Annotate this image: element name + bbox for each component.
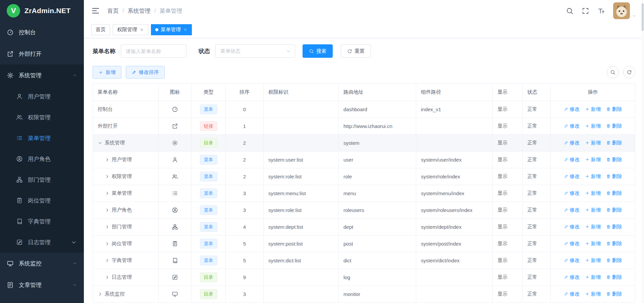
- sidebar-item-monitor[interactable]: 系统监控: [0, 253, 84, 274]
- sidebar-item-userrole[interactable]: 用户角色: [0, 148, 84, 169]
- tab-label: 首页: [96, 27, 106, 33]
- chevron-right-icon[interactable]: [105, 275, 110, 280]
- row-delete-link[interactable]: 删除: [606, 274, 622, 280]
- font-size-button[interactable]: [597, 7, 605, 15]
- userrole-icon: [16, 156, 23, 162]
- sidebar-item-external[interactable]: 外部打开: [0, 43, 84, 64]
- sidebar-item-user[interactable]: 用户管理: [0, 86, 84, 107]
- table-row: 权限管理菜单2system:role:listrolesystem/role/i…: [93, 168, 635, 185]
- page-scrollbar-thumb[interactable]: [642, 3, 644, 31]
- chevron-down-icon[interactable]: [98, 140, 103, 145]
- tab-0[interactable]: 首页: [91, 24, 110, 35]
- sidebar-item-dict[interactable]: 字典管理: [0, 211, 84, 232]
- fullscreen-button[interactable]: [582, 7, 589, 15]
- delete-icon: [606, 140, 611, 145]
- navbar-search-button[interactable]: [566, 7, 574, 15]
- chevron-right-icon[interactable]: [105, 157, 110, 162]
- table-header-cell: 菜单名称: [93, 84, 159, 101]
- breadcrumb-item[interactable]: 首页: [107, 7, 119, 15]
- reset-button[interactable]: 重置: [341, 44, 371, 58]
- sidebar-item-list[interactable]: 菜单管理: [0, 128, 84, 148]
- table-row: 字典管理菜单5system:dict:listdictsystem/dict/i…: [93, 252, 635, 269]
- tab-label: 菜单管理: [161, 27, 181, 33]
- row-delete-link[interactable]: 删除: [606, 106, 622, 113]
- row-delete-link[interactable]: 删除: [606, 190, 622, 197]
- chevron-right-icon[interactable]: [105, 258, 110, 263]
- sidebar-item-users[interactable]: 权限管理: [0, 107, 84, 128]
- row-edit-link[interactable]: 修改: [564, 157, 580, 163]
- breadcrumb-item[interactable]: 系统管理: [128, 7, 151, 15]
- row-add-link[interactable]: 新增: [585, 123, 601, 129]
- row-edit-link[interactable]: 修改: [564, 173, 580, 180]
- row-delete-link[interactable]: 删除: [606, 123, 622, 129]
- breadcrumb-item[interactable]: 菜单管理: [159, 7, 182, 15]
- search-button[interactable]: 搜索: [303, 44, 333, 58]
- user-avatar[interactable]: [613, 2, 630, 19]
- dashboard-icon: [172, 106, 178, 113]
- row-edit-link[interactable]: 修改: [564, 207, 580, 213]
- order-cell: 3: [226, 286, 264, 303]
- row-edit-link[interactable]: 修改: [564, 291, 580, 297]
- row-edit-link[interactable]: 修改: [564, 106, 580, 113]
- row-add-link[interactable]: 新增: [585, 207, 601, 213]
- close-icon[interactable]: [140, 28, 144, 32]
- app-title: ZrAdmin.NET: [24, 7, 70, 15]
- row-add-link[interactable]: 新增: [585, 257, 601, 264]
- search-icon: [566, 7, 574, 15]
- table-row: 外部打开链接1http://www.izhaorui.cn显示正常修改新增删除: [93, 118, 635, 135]
- close-icon[interactable]: [183, 28, 187, 32]
- chevron-up-icon: [72, 73, 77, 78]
- row-edit-link[interactable]: 修改: [564, 190, 580, 197]
- sidebar-item-post[interactable]: 岗位管理: [0, 190, 84, 211]
- row-delete-link[interactable]: 删除: [606, 291, 622, 297]
- row-delete-link[interactable]: 删除: [606, 173, 622, 180]
- component-cell: index_v1: [416, 101, 493, 118]
- row-edit-link[interactable]: 修改: [564, 257, 580, 264]
- row-edit-link[interactable]: 修改: [564, 241, 580, 247]
- sidebar-toggle-button[interactable]: [91, 6, 100, 15]
- chevron-right-icon[interactable]: [105, 191, 110, 196]
- row-edit-link[interactable]: 修改: [564, 140, 580, 146]
- sidebar-item-dashboard[interactable]: 控制台: [0, 21, 84, 43]
- menu-name-input[interactable]: [121, 44, 186, 58]
- sort-edit-button[interactable]: 修改排序: [126, 66, 165, 79]
- row-delete-link[interactable]: 删除: [606, 207, 622, 213]
- row-add-link[interactable]: 新增: [585, 274, 601, 280]
- user-menu-caret[interactable]: [632, 13, 637, 18]
- app-logo[interactable]: V ZrAdmin.NET: [0, 0, 84, 21]
- toggle-search-button[interactable]: [607, 66, 619, 78]
- row-add-link[interactable]: 新增: [585, 241, 601, 247]
- status-select[interactable]: 菜单状态: [215, 44, 295, 58]
- row-delete-link[interactable]: 删除: [606, 157, 622, 163]
- sidebar-item-tree[interactable]: 部门管理: [0, 169, 84, 190]
- plus-icon: [585, 140, 590, 145]
- sidebar-item-gear[interactable]: 系统管理: [0, 64, 84, 86]
- row-delete-link[interactable]: 删除: [606, 257, 622, 264]
- tab-1[interactable]: 权限管理: [113, 24, 148, 35]
- row-edit-link[interactable]: 修改: [564, 224, 580, 230]
- row-add-link[interactable]: 新增: [585, 224, 601, 230]
- chevron-right-icon[interactable]: [105, 174, 110, 179]
- chevron-right-icon[interactable]: [105, 208, 110, 213]
- chevron-right-icon[interactable]: [98, 292, 103, 297]
- row-add-link[interactable]: 新增: [585, 173, 601, 180]
- row-add-link[interactable]: 新增: [585, 157, 601, 163]
- row-delete-link[interactable]: 删除: [606, 241, 622, 247]
- row-edit-link[interactable]: 修改: [564, 123, 580, 129]
- row-add-link[interactable]: 新增: [585, 291, 601, 297]
- row-add-link[interactable]: 新增: [585, 190, 601, 197]
- row-edit-link[interactable]: 修改: [564, 274, 580, 280]
- table-row: 控制台菜单0dashboardindex_v1显示正常修改新增删除: [93, 101, 635, 118]
- add-button[interactable]: 新增: [93, 66, 121, 79]
- table-refresh-button[interactable]: [623, 66, 635, 78]
- row-delete-link[interactable]: 删除: [606, 140, 622, 146]
- tab-2[interactable]: 菜单管理: [151, 24, 192, 35]
- row-delete-link[interactable]: 删除: [606, 224, 622, 230]
- sidebar-item-article[interactable]: 文章管理: [0, 274, 84, 296]
- row-add-link[interactable]: 新增: [585, 140, 601, 146]
- type-tag: 链接: [200, 121, 217, 131]
- sidebar-item-log[interactable]: 日志管理: [0, 232, 84, 253]
- chevron-right-icon[interactable]: [105, 224, 110, 229]
- chevron-right-icon[interactable]: [105, 241, 110, 246]
- row-add-link[interactable]: 新增: [585, 106, 601, 113]
